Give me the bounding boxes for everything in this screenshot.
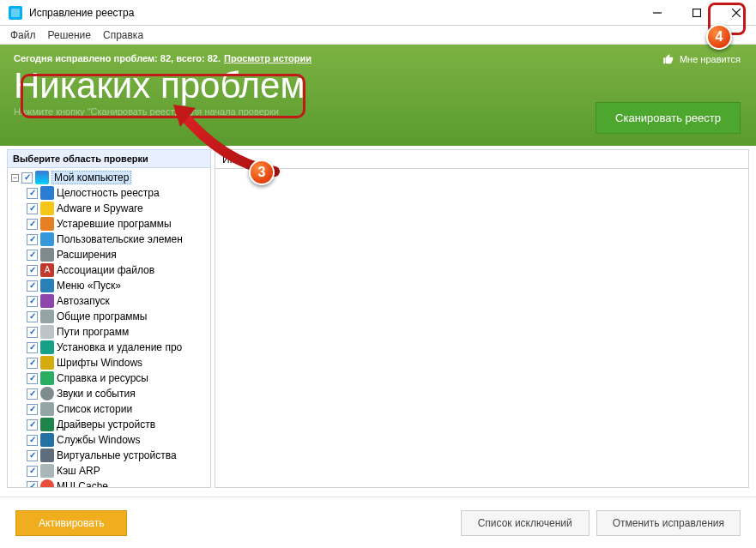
start-icon <box>40 279 54 292</box>
checkbox[interactable] <box>27 435 38 446</box>
arp-icon <box>40 464 54 478</box>
checkbox[interactable] <box>27 466 38 477</box>
window-title: Исправление реестра <box>29 7 638 19</box>
tree-item[interactable]: Пути программ <box>9 324 209 340</box>
tree-item-label: Устаревшие программы <box>57 218 172 230</box>
computer-icon <box>35 171 49 184</box>
status-banner: Сегодня исправлено проблем: 82, всего: 8… <box>0 45 756 146</box>
menu-file[interactable]: Файл <box>10 29 36 41</box>
adware-icon <box>40 202 54 215</box>
minimize-button[interactable] <box>638 0 677 25</box>
checkbox[interactable] <box>27 265 38 276</box>
user-icon <box>40 232 54 246</box>
footer-bar: Активировать Список исключений Отменить … <box>0 497 756 548</box>
tree-item[interactable]: Расширения <box>9 247 209 262</box>
scan-areas-tree[interactable]: − Мой компьютер Целостность реестраAdwar… <box>7 168 211 488</box>
paths-icon <box>40 325 54 339</box>
tree-item[interactable]: AАссоциации файлов <box>9 262 209 278</box>
tree-item[interactable]: Adware и Spyware <box>9 201 209 216</box>
checkbox[interactable] <box>27 419 38 431</box>
tree-item[interactable]: Список истории <box>9 401 209 417</box>
menu-solution[interactable]: Решение <box>48 29 91 41</box>
checkbox[interactable] <box>27 404 38 415</box>
checkbox[interactable] <box>27 388 38 400</box>
tree-item[interactable]: Общие программы <box>9 309 209 324</box>
tree-root-item[interactable]: − Мой компьютер <box>9 170 209 185</box>
tree-item-label: Автозапуск <box>57 295 110 307</box>
exclusions-button[interactable]: Список исключений <box>461 510 590 536</box>
tree-item-label: Пути программ <box>57 326 129 338</box>
tree-item[interactable]: Установка и удаление про <box>9 340 209 355</box>
tree-item-label: Список истории <box>57 403 132 415</box>
tree-item-label: Шрифты Windows <box>57 357 142 369</box>
tree-item-label: Пользовательские элемен <box>57 233 183 245</box>
drivers-icon <box>40 418 54 431</box>
tree-item[interactable]: Службы Windows <box>9 432 209 448</box>
results-list: Имя <box>215 149 749 488</box>
tree-item[interactable]: Целостность реестра <box>9 185 209 201</box>
activate-button[interactable]: Активировать <box>15 510 127 536</box>
checkbox[interactable] <box>27 280 38 292</box>
tree-item[interactable]: Меню «Пуск» <box>9 278 209 293</box>
sounds-icon <box>40 387 54 400</box>
tree-item[interactable]: Пользовательские элемен <box>9 232 209 247</box>
checkbox[interactable] <box>27 481 38 489</box>
tree-root-label: Мой компьютер <box>51 171 131 184</box>
checkbox[interactable] <box>27 234 38 245</box>
tree-item[interactable]: Устаревшие программы <box>9 216 209 232</box>
svg-rect-0 <box>693 9 701 16</box>
virtual-icon <box>40 449 54 462</box>
tree-item-label: Ассоциации файлов <box>57 264 154 276</box>
like-button[interactable]: Мне нравится <box>662 53 741 65</box>
help-icon <box>40 371 54 385</box>
checkbox[interactable] <box>27 450 38 461</box>
close-button[interactable] <box>717 0 756 25</box>
menu-bar: Файл Решение Справка <box>0 26 756 45</box>
install-icon <box>40 340 54 354</box>
tree-item[interactable]: Звуки и события <box>9 386 209 401</box>
like-label: Мне нравится <box>680 54 741 64</box>
tree-item[interactable]: Драйверы устройств <box>9 417 209 432</box>
maximize-button[interactable] <box>677 0 717 25</box>
tree-item-label: Справка и ресурсы <box>57 372 148 384</box>
checkbox[interactable] <box>27 373 38 384</box>
tree-item[interactable]: Кэш ARP <box>9 463 209 479</box>
undo-fixes-button[interactable]: Отменить исправления <box>596 510 741 536</box>
checkbox[interactable] <box>27 250 38 261</box>
checkbox[interactable] <box>27 188 38 199</box>
services-icon <box>40 433 54 447</box>
tree-item[interactable]: Справка и ресурсы <box>9 370 209 386</box>
menu-help[interactable]: Справка <box>103 29 143 41</box>
checkbox[interactable] <box>27 203 38 214</box>
app-icon <box>9 6 22 20</box>
checkbox[interactable] <box>27 311 38 322</box>
status-summary: Сегодня исправлено проблем: 82, всего: 8… <box>14 53 221 63</box>
tree-item-label: Меню «Пуск» <box>57 280 121 292</box>
tree-item[interactable]: Автозапуск <box>9 293 209 309</box>
tree-item-label: Adware и Spyware <box>57 202 143 214</box>
checkbox[interactable] <box>21 172 33 184</box>
checkbox[interactable] <box>27 219 38 230</box>
assoc-icon: A <box>40 263 54 277</box>
tree-item[interactable]: MUI Cache <box>9 479 209 488</box>
scan-registry-button[interactable]: Сканировать реестр <box>596 102 741 134</box>
startup-icon <box>40 294 54 308</box>
old-icon <box>40 217 54 231</box>
tree-item-label: Расширения <box>57 249 117 261</box>
tree-item[interactable]: Шрифты Windows <box>9 355 209 370</box>
tree-item-label: MUI Cache <box>57 480 108 488</box>
scan-areas-sidebar: Выберите область проверки − Мой компьюте… <box>7 149 211 488</box>
tree-item-label: Целостность реестра <box>57 187 160 199</box>
checkbox[interactable] <box>27 342 38 353</box>
tree-item[interactable]: Виртуальные устройства <box>9 448 209 463</box>
collapse-icon[interactable]: − <box>11 174 19 182</box>
checkbox[interactable] <box>27 296 38 307</box>
tree-item-label: Драйверы устройств <box>57 419 155 431</box>
column-header-name[interactable]: Имя <box>222 154 242 166</box>
history-link[interactable]: Просмотр истории <box>224 53 311 63</box>
tree-item-label: Кэш ARP <box>57 465 100 477</box>
tree-item-label: Установка и удаление про <box>57 341 182 353</box>
checkbox[interactable] <box>27 327 38 338</box>
tree-item-label: Звуки и события <box>57 388 136 400</box>
checkbox[interactable] <box>27 358 38 369</box>
